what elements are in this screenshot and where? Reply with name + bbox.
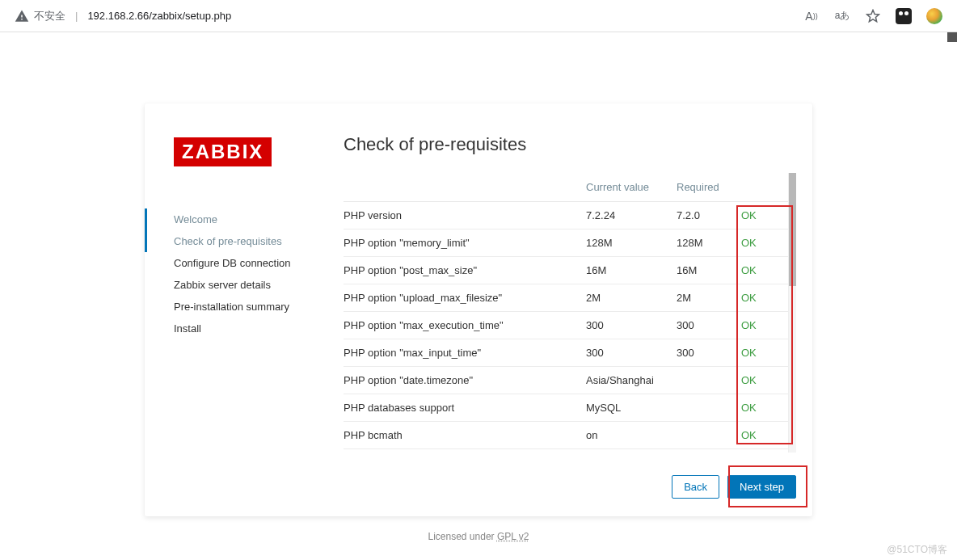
- insecure-label: 不安全: [34, 9, 65, 23]
- table-row: PHP version7.2.247.2.0OK: [344, 202, 788, 229]
- cell-status: OK: [741, 449, 788, 453]
- page-scrollbar-thumb[interactable]: [947, 32, 957, 42]
- footer-text: Licensed under: [428, 531, 497, 542]
- footer-license: Licensed under GPL v2: [0, 531, 957, 542]
- watermark: @51CTO博客: [887, 543, 947, 557]
- cell-current: on: [586, 449, 677, 453]
- step-item-0: Welcome: [174, 208, 319, 230]
- cell-required: 128M: [677, 229, 741, 257]
- favorite-icon[interactable]: [865, 8, 881, 24]
- table-header-row: Current value Required: [344, 173, 788, 202]
- step-item-1: Check of pre-requisites: [174, 230, 319, 252]
- cell-required: [677, 394, 741, 422]
- table-scrollbar-thumb[interactable]: [789, 173, 796, 286]
- step-item-5: Install: [174, 318, 319, 339]
- step-item-3: Zabbix server details: [174, 274, 319, 296]
- th-status: [741, 173, 788, 202]
- cell-current: 16M: [586, 257, 677, 284]
- cell-name: PHP databases support: [344, 394, 586, 422]
- cell-current: 300: [586, 339, 677, 367]
- table-row: PHP option "date.timezone"Asia/ShanghaiO…: [344, 367, 788, 394]
- browser-address-bar: 不安全 | 192.168.2.66/zabbix/setup.php A)) …: [0, 0, 957, 32]
- cell-current: 2M: [586, 284, 677, 312]
- footer-license-link[interactable]: GPL v2: [497, 531, 529, 542]
- cell-name: PHP option "date.timezone": [344, 367, 586, 394]
- cell-name: PHP option "post_max_size": [344, 257, 586, 284]
- requirements-table-wrap: Current value Required PHP version7.2.24…: [344, 173, 796, 453]
- th-name: [344, 173, 586, 202]
- cell-required: 300: [677, 312, 741, 339]
- cell-status: OK: [741, 284, 788, 312]
- cell-status: OK: [741, 367, 788, 394]
- url-divider: |: [75, 10, 78, 22]
- insecure-warning-icon: [15, 9, 29, 23]
- cell-required: [677, 367, 741, 394]
- cell-name: PHP option "memory_limit": [344, 229, 586, 257]
- cell-name: PHP bcmath: [344, 422, 586, 449]
- download-manager-icon[interactable]: [926, 8, 942, 24]
- extension-icon[interactable]: [896, 8, 912, 24]
- cell-status: OK: [741, 394, 788, 422]
- table-row: PHP option "upload_max_filesize"2M2MOK: [344, 284, 788, 312]
- table-row: PHP option "memory_limit"128M128MOK: [344, 229, 788, 257]
- browser-toolbar-icons: A)) aあ: [803, 8, 942, 24]
- cell-status: OK: [741, 339, 788, 367]
- th-current: Current value: [586, 173, 677, 202]
- table-row: PHP option "post_max_size"16M16MOK: [344, 257, 788, 284]
- step-item-2: Configure DB connection: [174, 252, 319, 274]
- next-step-button[interactable]: Next step: [727, 475, 796, 499]
- cell-required: 2M: [677, 284, 741, 312]
- cell-name: PHP option "max_input_time": [344, 339, 586, 367]
- cell-current: 7.2.24: [586, 202, 677, 229]
- page-title: Check of pre-requisites: [344, 134, 796, 155]
- cell-current: Asia/Shanghai: [586, 367, 677, 394]
- cell-required: [677, 449, 741, 453]
- cell-required: 16M: [677, 257, 741, 284]
- back-button[interactable]: Back: [672, 475, 719, 499]
- cell-status: OK: [741, 257, 788, 284]
- cell-current: 300: [586, 312, 677, 339]
- url-text[interactable]: 192.168.2.66/zabbix/setup.php: [87, 10, 799, 22]
- cell-name: PHP option "upload_max_filesize": [344, 284, 586, 312]
- cell-name: PHP version: [344, 202, 586, 229]
- cell-name: PHP mbstring: [344, 449, 586, 453]
- cell-current: on: [586, 422, 677, 449]
- zabbix-logo: ZABBIX: [174, 137, 272, 166]
- cell-current: MySQL: [586, 394, 677, 422]
- table-row: PHP databases supportMySQLOK: [344, 394, 788, 422]
- cell-status: OK: [741, 422, 788, 449]
- setup-wizard-card: ZABBIX WelcomeCheck of pre-requisitesCon…: [145, 103, 812, 516]
- table-row: PHP option "max_input_time"300300OK: [344, 339, 788, 367]
- cell-status: OK: [741, 202, 788, 229]
- wizard-main: Check of pre-requisites Current value Re…: [344, 137, 799, 499]
- steps-list: WelcomeCheck of pre-requisitesConfigure …: [145, 208, 319, 339]
- wizard-sidebar: ZABBIX WelcomeCheck of pre-requisitesCon…: [174, 137, 319, 499]
- read-aloud-icon[interactable]: A)): [803, 8, 820, 24]
- cell-name: PHP option "max_execution_time": [344, 312, 586, 339]
- table-row: PHP mbstringonOK: [344, 449, 788, 453]
- cell-required: [677, 422, 741, 449]
- table-scrollbar-track[interactable]: [788, 173, 796, 453]
- th-required: Required: [677, 173, 741, 202]
- cell-status: OK: [741, 229, 788, 257]
- table-row: PHP bcmathonOK: [344, 422, 788, 449]
- requirements-table: Current value Required PHP version7.2.24…: [344, 173, 788, 453]
- table-row: PHP option "max_execution_time"300300OK: [344, 312, 788, 339]
- cell-required: 300: [677, 339, 741, 367]
- translate-icon[interactable]: aあ: [834, 8, 850, 24]
- page-background: ZABBIX WelcomeCheck of pre-requisitesCon…: [0, 32, 957, 560]
- cell-current: 128M: [586, 229, 677, 257]
- cell-status: OK: [741, 312, 788, 339]
- step-item-4: Pre-installation summary: [174, 296, 319, 318]
- cell-required: 7.2.0: [677, 202, 741, 229]
- wizard-buttons: Back Next step: [344, 475, 796, 499]
